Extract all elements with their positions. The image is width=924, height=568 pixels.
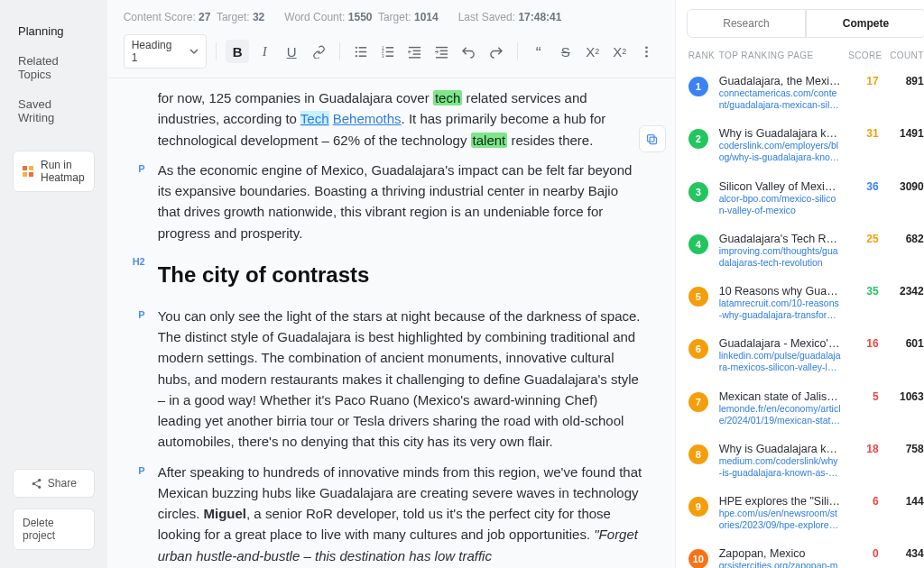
result-url[interactable]: alcor-bpo.com/mexico-silicon-valley-of-m… xyxy=(719,193,841,216)
result-url[interactable]: medium.com/coderslink/why-is-guadalajara… xyxy=(719,455,841,479)
svg-rect-11 xyxy=(385,55,393,57)
result-count: 682 xyxy=(884,233,924,245)
rank-badge: 3 xyxy=(688,182,708,202)
result-score: 5 xyxy=(846,390,879,403)
result-score: 25 xyxy=(846,233,879,245)
rank-badge: 6 xyxy=(688,339,708,359)
more-button[interactable] xyxy=(635,40,659,63)
italic-button[interactable]: I xyxy=(253,40,276,63)
redo-icon xyxy=(489,45,503,59)
bullet-list-icon xyxy=(355,45,368,59)
result-score: 18 xyxy=(846,443,879,455)
share-label: Share xyxy=(48,477,77,490)
result-score: 0 xyxy=(846,547,879,560)
result-count: 1491 xyxy=(884,127,924,140)
compete-row[interactable]: 6 Guadalajara - Mexico's Silico… linkedi… xyxy=(676,330,924,382)
result-title: Guadalajara, the Mexican Sili… xyxy=(719,75,841,87)
result-url[interactable]: connectamericas.com/content/guadalajara-… xyxy=(719,87,841,111)
result-count: 3090 xyxy=(884,180,924,193)
paragraph[interactable]: As the economic engine of Mexico, Guadal… xyxy=(158,160,644,243)
svg-rect-1 xyxy=(358,47,365,49)
document-editor[interactable]: for now, 125 companies in Guadalajara co… xyxy=(125,78,650,568)
superscript-button[interactable]: X2 xyxy=(608,40,632,63)
svg-rect-13 xyxy=(413,50,420,50)
chevron-down-icon xyxy=(189,47,199,56)
bold-button[interactable]: B xyxy=(226,40,249,63)
svg-rect-12 xyxy=(409,46,420,47)
svg-rect-16 xyxy=(436,46,448,47)
stats-bar: Content Score: 27 Target: 32 Word Count:… xyxy=(107,0,675,27)
paragraph[interactable]: You can only see the light of the stars … xyxy=(158,306,644,453)
result-url[interactable]: linkedin.com/pulse/guadalajara-mexicos-s… xyxy=(719,350,841,373)
underline-button[interactable]: U xyxy=(280,40,303,63)
sidebar: Planning Related Topics Saved Writing Ru… xyxy=(0,0,107,568)
rank-badge: 4 xyxy=(688,234,708,254)
compete-row[interactable]: 9 HPE explores the "Silicon Vall… hpe.co… xyxy=(676,488,924,540)
quote-button[interactable]: “ xyxy=(527,40,550,63)
paragraph[interactable]: After speaking to hundreds of innovative… xyxy=(158,462,644,566)
link-button[interactable] xyxy=(307,40,330,63)
compete-panel: Research Compete RANK TOP RANKING PAGE S… xyxy=(675,0,924,568)
outdent-button[interactable] xyxy=(403,40,427,63)
redo-button[interactable] xyxy=(485,40,508,63)
sidebar-item-saved-writing[interactable]: Saved Writing xyxy=(13,91,95,131)
svg-rect-17 xyxy=(440,50,448,50)
gutter-tag: P xyxy=(125,306,145,453)
svg-rect-5 xyxy=(358,55,365,57)
result-url[interactable]: coderslink.com/employers/blog/why-is-gua… xyxy=(719,140,841,163)
svg-point-4 xyxy=(355,55,356,57)
indent-button[interactable] xyxy=(430,40,454,63)
result-title: Guadalajara's Tech Revolutio… xyxy=(719,233,841,245)
svg-point-0 xyxy=(355,46,356,48)
svg-rect-3 xyxy=(358,50,365,52)
result-url[interactable]: grsistercities.org/zapopan-mexico xyxy=(719,560,841,568)
result-score: 16 xyxy=(846,337,879,350)
compete-row[interactable]: 7 Mexican state of Jalisco drea… lemonde… xyxy=(676,383,924,435)
compete-row[interactable]: 3 Silicon Valley of Mexico - Gua… alcor-… xyxy=(676,173,924,225)
gutter-tag xyxy=(125,87,145,151)
result-url[interactable]: improving.com/thoughts/guadalajaras-tech… xyxy=(719,245,841,269)
result-score: 36 xyxy=(846,180,879,193)
run-heatmap-button[interactable]: Run in Heatmap xyxy=(13,151,95,192)
rank-badge: 10 xyxy=(688,549,708,568)
result-score: 6 xyxy=(846,495,879,508)
compete-row[interactable]: 5 10 Reasons why Guadalajara … latamrecr… xyxy=(676,278,924,330)
sidebar-item-related-topics[interactable]: Related Topics xyxy=(13,48,95,87)
result-url[interactable]: hpe.com/us/en/newsroom/stories/2023/09/h… xyxy=(719,508,841,531)
delete-project-button[interactable]: Delete project xyxy=(13,508,95,550)
compete-row[interactable]: 2 Why is Guadalajara known as… coderslin… xyxy=(676,120,924,172)
result-url[interactable]: latamrecruit.com/10-reasons-why-guadalaj… xyxy=(719,298,841,321)
result-count: 601 xyxy=(884,337,924,350)
heading-select[interactable]: Heading 1 xyxy=(124,34,208,69)
result-count: 758 xyxy=(884,443,924,455)
numbered-list-button[interactable]: 123 xyxy=(376,40,400,63)
result-title: Guadalajara - Mexico's Silico… xyxy=(719,337,841,350)
result-url[interactable]: lemonde.fr/en/economy/article/2024/01/19… xyxy=(719,403,841,426)
result-title: HPE explores the "Silicon Vall… xyxy=(719,495,841,508)
tab-research[interactable]: Research xyxy=(687,9,807,38)
paragraph[interactable]: for now, 125 companies in Guadalajara co… xyxy=(158,87,644,151)
kebab-icon xyxy=(640,45,653,59)
heading-2[interactable]: The city of contrasts xyxy=(158,258,644,291)
share-button[interactable]: Share xyxy=(13,469,95,498)
highlight-tech: tech xyxy=(433,90,462,105)
subscript-button[interactable]: X2 xyxy=(581,40,605,63)
svg-point-2 xyxy=(355,50,356,52)
tab-compete[interactable]: Compete xyxy=(806,9,924,38)
gutter-tag: H2 xyxy=(125,252,145,297)
result-title: Zapopan, Mexico xyxy=(719,547,841,560)
strikethrough-button[interactable]: S xyxy=(554,40,578,63)
result-title: Silicon Valley of Mexico - Gua… xyxy=(719,180,841,193)
compete-row[interactable]: 1 Guadalajara, the Mexican Sili… connect… xyxy=(676,68,924,120)
compete-row[interactable]: 10 Zapopan, Mexico grsistercities.org/za… xyxy=(676,540,924,568)
compete-row[interactable]: 8 Why is Guadalajara known as… medium.co… xyxy=(676,435,924,488)
undo-button[interactable] xyxy=(457,40,481,63)
undo-icon xyxy=(462,45,476,59)
result-score: 35 xyxy=(846,285,879,298)
rank-badge: 2 xyxy=(688,129,708,149)
compete-row[interactable]: 4 Guadalajara's Tech Revolutio… improvin… xyxy=(676,225,924,278)
bullet-list-button[interactable] xyxy=(349,40,373,63)
result-count: 1063 xyxy=(884,390,924,403)
sidebar-item-planning[interactable]: Planning xyxy=(13,18,95,44)
compete-rows[interactable]: 1 Guadalajara, the Mexican Sili… connect… xyxy=(676,68,924,568)
